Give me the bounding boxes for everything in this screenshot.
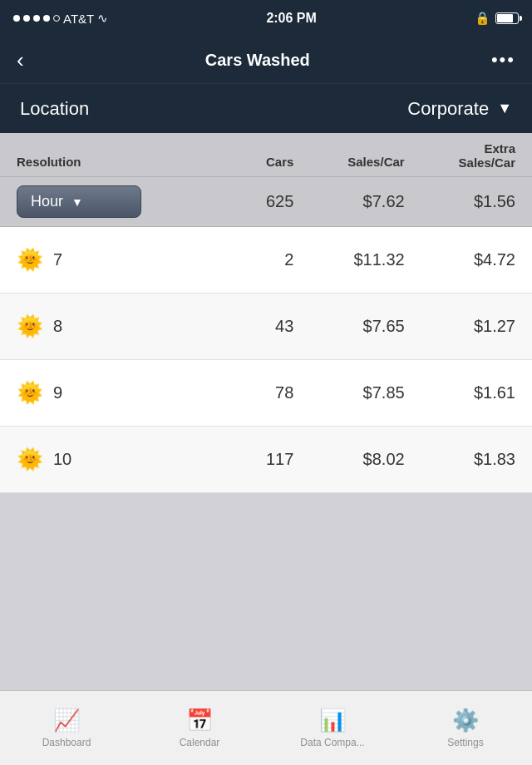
row-sales-2: $7.85 (293, 383, 404, 402)
dot-5 (53, 15, 60, 22)
summary-cars: 625 (183, 192, 293, 211)
status-time: 2:06 PM (266, 11, 316, 26)
data-rows-container: 🌞 7 2 $11.32 $4.72 🌞 8 43 $7.65 (0, 227, 532, 493)
row-label-2: 🌞 9 (17, 380, 183, 406)
row-extra-2: $1.61 (405, 383, 515, 402)
resolution-selector[interactable]: Hour ▼ (17, 185, 183, 218)
table-header: Resolution Cars Sales/Car Extra Sales/Ca… (0, 133, 532, 177)
location-dropdown-arrow: ▼ (497, 100, 512, 117)
table-row: 🌞 10 117 $8.02 $1.83 (0, 427, 532, 493)
data-compare-label: Data Compa... (300, 737, 364, 748)
summary-row: Hour ▼ 625 $7.62 $1.56 (0, 177, 532, 227)
battery-icon (495, 12, 519, 24)
resolution-dropdown[interactable]: Hour ▼ (17, 185, 141, 218)
battery-fill (497, 14, 513, 22)
sun-icon: 🌞 (17, 313, 43, 339)
row-label-1: 🌞 8 (17, 313, 183, 339)
location-label: Location (20, 98, 89, 120)
dashboard-icon: 📈 (53, 708, 80, 733)
row-label-3: 🌞 10 (17, 447, 183, 472)
dot-3 (33, 15, 40, 22)
row-cars-0: 2 (183, 250, 293, 269)
header-extra-sales: Extra Sales/Car (405, 141, 515, 170)
tab-bar: 📈 Dashboard 📅 Calendar 📊 Data Compa... ⚙… (0, 690, 532, 765)
table-row: 🌞 7 2 $11.32 $4.72 (0, 227, 532, 294)
status-left: AT&T ∿ (13, 11, 108, 26)
settings-label: Settings (447, 737, 483, 748)
row-sales-1: $7.65 (293, 317, 404, 336)
row-extra-0: $4.72 (405, 250, 515, 269)
nav-bar: ‹ Cars Washed ••• (0, 37, 532, 83)
table-row: 🌞 8 43 $7.65 $1.27 (0, 294, 532, 360)
dot-1 (13, 15, 20, 22)
calendar-label: Calendar (180, 737, 220, 748)
status-right: 🔒 (475, 11, 519, 26)
header-sales-per-car: Sales/Car (293, 155, 404, 170)
tab-dashboard[interactable]: 📈 Dashboard (0, 708, 133, 748)
row-extra-3: $1.83 (405, 450, 515, 469)
calendar-icon: 📅 (186, 708, 213, 733)
lock-icon: 🔒 (475, 11, 490, 26)
more-button[interactable]: ••• (491, 49, 515, 71)
row-cars-2: 78 (183, 383, 293, 402)
tab-data-compare[interactable]: 📊 Data Compa... (266, 708, 399, 748)
tab-settings[interactable]: ⚙️ Settings (399, 708, 532, 748)
row-hour: 9 (53, 383, 62, 402)
location-bar: Location Corporate ▼ (0, 83, 532, 133)
row-cars-3: 117 (183, 450, 293, 469)
page-title: Cars Washed (205, 51, 310, 70)
back-button[interactable]: ‹ (17, 47, 24, 73)
dashboard-label: Dashboard (42, 737, 91, 748)
sun-icon: 🌞 (17, 380, 43, 406)
signal-dots (13, 15, 60, 22)
status-bar: AT&T ∿ 2:06 PM 🔒 (0, 0, 532, 37)
settings-icon: ⚙️ (452, 708, 479, 733)
table-row: 🌞 9 78 $7.85 $1.61 (0, 360, 532, 427)
row-extra-1: $1.27 (405, 317, 515, 336)
location-value: Corporate (407, 98, 489, 120)
sun-icon: 🌞 (17, 447, 43, 472)
dot-2 (23, 15, 30, 22)
summary-sales: $7.62 (293, 192, 404, 211)
main-content: Resolution Cars Sales/Car Extra Sales/Ca… (0, 133, 532, 690)
row-hour: 10 (53, 450, 71, 469)
sun-icon: 🌞 (17, 247, 43, 273)
resolution-arrow: ▼ (71, 195, 83, 209)
header-cars: Cars (183, 155, 293, 170)
wifi-icon: ∿ (97, 11, 108, 26)
battery-tip (520, 16, 522, 21)
dot-4 (43, 15, 50, 22)
row-label-0: 🌞 7 (17, 247, 183, 273)
data-compare-icon: 📊 (319, 708, 346, 733)
resolution-value: Hour (31, 193, 63, 210)
row-cars-1: 43 (183, 317, 293, 336)
row-sales-0: $11.32 (293, 250, 404, 269)
carrier-label: AT&T (63, 12, 94, 26)
header-resolution: Resolution (17, 155, 183, 170)
row-hour: 8 (53, 317, 62, 336)
row-sales-3: $8.02 (293, 450, 404, 469)
summary-extra: $1.56 (405, 192, 515, 211)
tab-calendar[interactable]: 📅 Calendar (133, 708, 266, 748)
row-hour: 7 (53, 250, 62, 269)
location-selector[interactable]: Corporate ▼ (407, 98, 512, 120)
